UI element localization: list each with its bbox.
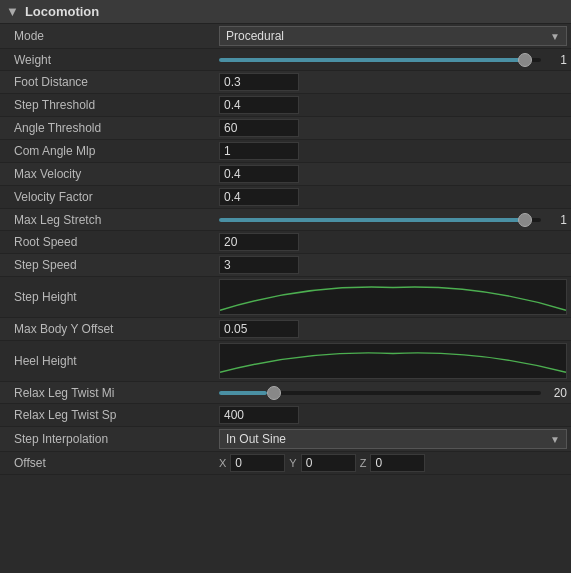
root-speed-value: [219, 233, 567, 251]
max-leg-stretch-slider-fill: [219, 218, 525, 222]
heel-height-curve[interactable]: [219, 343, 567, 379]
max-body-y-offset-row: Max Body Y Offset: [0, 318, 571, 341]
max-body-y-offset-input[interactable]: [219, 320, 299, 338]
max-velocity-label: Max Velocity: [4, 167, 219, 181]
offset-z-input[interactable]: [370, 454, 425, 472]
mode-value: Procedural: [226, 29, 550, 43]
com-angle-mlp-label: Com Angle Mlp: [4, 144, 219, 158]
com-angle-mlp-row: Com Angle Mlp: [0, 140, 571, 163]
max-leg-stretch-label: Max Leg Stretch: [4, 213, 219, 227]
max-leg-stretch-slider-container: 1: [219, 213, 567, 227]
relax-leg-twist-mi-track[interactable]: [219, 391, 541, 395]
relax-leg-twist-mi-value: 20: [547, 386, 567, 400]
step-interpolation-row: Step Interpolation In Out Sine ▼: [0, 427, 571, 452]
weight-value: 1: [547, 53, 567, 67]
relax-leg-twist-mi-row: Relax Leg Twist Mi 20: [0, 382, 571, 404]
offset-inputs: X Y Z: [219, 454, 567, 472]
foot-distance-label: Foot Distance: [4, 75, 219, 89]
foot-distance-value: [219, 73, 567, 91]
mode-label: Mode: [4, 29, 219, 43]
step-interpolation-value: In Out Sine: [226, 432, 550, 446]
root-speed-label: Root Speed: [4, 235, 219, 249]
weight-slider-container: 1: [219, 53, 567, 67]
max-velocity-value: [219, 165, 567, 183]
max-leg-stretch-value: 1: [547, 213, 567, 227]
weight-label: Weight: [4, 53, 219, 67]
step-threshold-label: Step Threshold: [4, 98, 219, 112]
step-height-curve[interactable]: [219, 279, 567, 315]
offset-label: Offset: [4, 456, 219, 470]
step-threshold-row: Step Threshold: [0, 94, 571, 117]
com-angle-mlp-value: [219, 142, 567, 160]
step-threshold-value: [219, 96, 567, 114]
max-body-y-offset-label: Max Body Y Offset: [4, 322, 219, 336]
section-title: Locomotion: [25, 4, 99, 19]
relax-leg-twist-sp-row: Relax Leg Twist Sp: [0, 404, 571, 427]
angle-threshold-value: [219, 119, 567, 137]
relax-leg-twist-sp-input[interactable]: [219, 406, 299, 424]
foot-distance-input[interactable]: [219, 73, 299, 91]
angle-threshold-input[interactable]: [219, 119, 299, 137]
weight-row: Weight 1: [0, 49, 571, 71]
step-interpolation-label: Step Interpolation: [4, 432, 219, 446]
velocity-factor-label: Velocity Factor: [4, 190, 219, 204]
mode-dropdown-arrow-icon: ▼: [550, 31, 560, 42]
weight-slider-thumb[interactable]: [518, 53, 532, 67]
step-speed-row: Step Speed: [0, 254, 571, 277]
mode-dropdown[interactable]: Procedural ▼: [219, 26, 567, 46]
step-interpolation-dropdown-arrow-icon: ▼: [550, 434, 560, 445]
step-height-label: Step Height: [4, 290, 219, 304]
velocity-factor-input[interactable]: [219, 188, 299, 206]
step-speed-value: [219, 256, 567, 274]
max-body-y-offset-value: [219, 320, 567, 338]
step-speed-label: Step Speed: [4, 258, 219, 272]
step-speed-input[interactable]: [219, 256, 299, 274]
offset-y-label: Y: [289, 457, 296, 469]
com-angle-mlp-input[interactable]: [219, 142, 299, 160]
relax-leg-twist-mi-label: Relax Leg Twist Mi: [4, 386, 219, 400]
max-leg-stretch-slider-track[interactable]: [219, 218, 541, 222]
max-velocity-input[interactable]: [219, 165, 299, 183]
collapse-arrow-icon: ▼: [6, 4, 19, 19]
weight-slider-fill: [219, 58, 525, 62]
heel-height-label: Heel Height: [4, 354, 219, 368]
max-leg-stretch-row: Max Leg Stretch 1: [0, 209, 571, 231]
root-speed-row: Root Speed: [0, 231, 571, 254]
angle-threshold-label: Angle Threshold: [4, 121, 219, 135]
relax-leg-twist-mi-slider-container: 20: [219, 386, 567, 400]
relax-leg-twist-mi-fill: [219, 391, 267, 395]
relax-leg-twist-mi-thumb[interactable]: [267, 386, 281, 400]
mode-row: Mode Procedural ▼: [0, 24, 571, 49]
heel-height-row: Heel Height: [0, 341, 571, 382]
section-header[interactable]: ▼ Locomotion: [0, 0, 571, 24]
relax-leg-twist-sp-label: Relax Leg Twist Sp: [4, 408, 219, 422]
max-velocity-row: Max Velocity: [0, 163, 571, 186]
step-interpolation-dropdown[interactable]: In Out Sine ▼: [219, 429, 567, 449]
offset-x-input[interactable]: [230, 454, 285, 472]
foot-distance-row: Foot Distance: [0, 71, 571, 94]
step-height-curve-svg: [220, 280, 566, 314]
step-height-row: Step Height: [0, 277, 571, 318]
root-speed-input[interactable]: [219, 233, 299, 251]
relax-leg-twist-sp-value: [219, 406, 567, 424]
velocity-factor-value: [219, 188, 567, 206]
velocity-factor-row: Velocity Factor: [0, 186, 571, 209]
max-leg-stretch-slider-thumb[interactable]: [518, 213, 532, 227]
offset-row: Offset X Y Z: [0, 452, 571, 475]
section-locomotion: ▼ Locomotion Mode Procedural ▼ Weight 1 …: [0, 0, 571, 475]
heel-height-curve-svg: [220, 344, 566, 378]
weight-slider-track[interactable]: [219, 58, 541, 62]
offset-x-label: X: [219, 457, 226, 469]
angle-threshold-row: Angle Threshold: [0, 117, 571, 140]
step-threshold-input[interactable]: [219, 96, 299, 114]
offset-y-input[interactable]: [301, 454, 356, 472]
offset-z-label: Z: [360, 457, 367, 469]
